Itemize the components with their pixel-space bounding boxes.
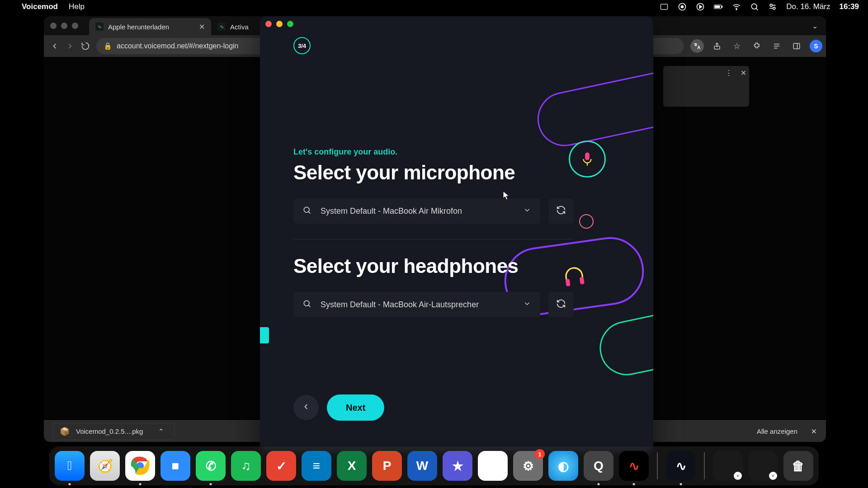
svg-point-23 [772,475,774,477]
chrome-profile-avatar[interactable]: S [810,40,822,52]
downloads-show-all[interactable]: Alle anzeigen [757,427,797,435]
headphones-selected-value: System Default - MacBook Air-Lautspreche… [321,300,479,310]
tab2-favicon-icon: ∿ [217,23,226,31]
menubar-app-name[interactable]: Voicemod [22,2,58,11]
dock-settings[interactable]: ⚙1 [513,451,543,481]
panel-menu-icon[interactable]: ⋮ [725,69,732,77]
refresh-icon [556,205,566,217]
dock-divider [657,452,658,479]
chrome-tab-1[interactable]: ∿ Apple herunterladen ✕ [89,18,211,35]
svg-rect-15 [580,277,585,285]
dock-voicemod[interactable]: ∿ [666,451,696,481]
dock-chrome[interactable] [125,451,155,481]
decorative-teal-block [260,327,269,343]
menubar-play-icon[interactable] [696,2,705,11]
dock-trello[interactable]: ≡ [302,451,331,481]
dock-voicememos[interactable]: ∿ [619,451,649,481]
dock-siri[interactable]: ◐ [548,451,578,481]
chevron-down-icon [523,300,531,310]
menubar-time[interactable]: 16:39 [840,2,859,11]
package-icon: 📦 [60,427,70,436]
sidepanel-icon[interactable] [790,39,803,53]
reading-list-icon[interactable] [770,39,783,53]
dock-whatsapp[interactable]: ✆ [196,451,226,481]
svg-rect-0 [661,4,668,9]
download-menu-icon[interactable]: ⌃ [158,427,164,436]
microphone-refresh-button[interactable] [548,198,574,224]
microphone-select[interactable]: System Default - MacBook Air Mikrofon [293,198,540,224]
dock-trash[interactable]: 🗑 [783,451,813,481]
back-button[interactable] [293,395,319,420]
download-item[interactable]: 📦 Voicemod_0.2.5....pkg ⌃ [53,423,175,440]
svg-point-16 [304,207,309,212]
dock-powerpoint[interactable]: P [372,451,402,481]
dock-divider [704,452,705,479]
url-text: account.voicemod.net/#/nextgen-login [117,42,239,50]
svg-point-2 [681,5,684,8]
nav-back-icon[interactable] [50,40,59,52]
search-icon [302,299,311,310]
mic-section-title: Select your microphone [293,161,574,184]
share-icon[interactable] [710,39,724,53]
dock-minimized-1[interactable] [713,451,743,481]
svg-point-17 [304,300,309,306]
menubar-date[interactable]: Do. 16. März [786,2,830,11]
tab1-title: Apple herunterladen [108,23,169,31]
headphones-select[interactable]: System Default - MacBook Air-Lautspreche… [293,292,540,317]
microphone-badge-icon [569,141,606,178]
section-divider [293,239,574,239]
dock-finder[interactable]: 􀈕 [55,451,85,481]
nav-forward-icon[interactable] [66,40,75,52]
menubar-battery-icon[interactable] [714,2,723,11]
menubar-help[interactable]: Help [69,2,85,11]
chrome-dropdown-panel: ⋮ ✕ [663,66,749,107]
svg-point-10 [773,7,775,9]
bookmark-icon[interactable]: ☆ [730,39,744,53]
macos-menubar: Voicemod Help Do. 16. März 16:39 [0,0,868,13]
headphones-refresh-button[interactable] [548,292,574,317]
onboarding-subtitle: Let's configure your audio. [293,147,574,157]
svg-rect-5 [715,5,720,8]
translate-icon[interactable] [690,39,704,53]
menubar-control-center-icon[interactable] [768,2,777,11]
downloads-close-icon[interactable]: ✕ [811,427,817,436]
microphone-selected-value: System Default - MacBook Air Mikrofon [321,206,462,216]
dock-spotify[interactable]: ♫ [231,451,261,481]
svg-point-9 [770,4,772,6]
dock-imovie[interactable]: ★ [443,451,472,481]
panel-close-icon[interactable]: ✕ [741,69,746,77]
dock-zoom[interactable]: ■ [160,451,190,481]
voicemod-window: 3/4 Let's configure your audio. Select y… [260,16,653,452]
svg-rect-12 [793,43,800,49]
voicemod-traffic-lights[interactable] [265,21,293,27]
extensions-icon[interactable] [750,39,764,53]
svg-point-21 [737,475,739,477]
next-button[interactable]: Next [327,394,384,421]
dock-excel[interactable]: X [337,451,367,481]
menubar-search-icon[interactable] [750,2,759,11]
chrome-tab-2[interactable]: ∿ Activa [211,18,255,35]
dock-minimized-2[interactable] [748,451,778,481]
tab1-close-icon[interactable]: ✕ [199,23,205,31]
dock-todoist[interactable]: ✓ [266,451,296,481]
dock-safari[interactable]: 🧭 [90,451,120,481]
tab1-favicon-icon: ∿ [95,23,104,31]
dock-quicktime[interactable]: Q [584,451,613,481]
menubar-lang-icon[interactable] [660,2,669,11]
arrow-left-icon [302,402,311,413]
menubar-record-icon[interactable] [678,2,687,11]
dock-word[interactable]: W [407,451,437,481]
dock-googledrive[interactable]: ▲ [478,451,508,481]
search-icon [302,206,311,217]
nav-reload-icon[interactable] [81,40,90,52]
download-filename: Voicemod_0.2.5....pkg [76,427,143,435]
decorative-ring-green [594,303,653,380]
menubar-wifi-icon[interactable] [732,2,741,11]
svg-rect-6 [722,5,722,7]
tabs-overflow-icon[interactable]: ⌄ [812,22,826,30]
macos-dock: 􀈕 🧭 ■ ✆ ♫ ✓ ≡ X P W ★ ▲ ⚙1 ◐ Q ∿ ∿ 🗑 [49,446,819,485]
chrome-traffic-lights[interactable] [50,23,78,29]
svg-point-8 [752,4,757,9]
lock-icon: 🔒 [104,42,112,50]
svg-rect-13 [585,152,590,160]
